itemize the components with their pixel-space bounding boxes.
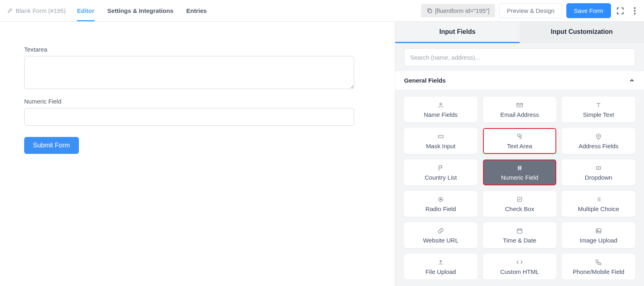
copy-icon bbox=[427, 8, 433, 14]
form-title-block[interactable]: Blank Form (#195) bbox=[7, 7, 66, 15]
shortcode-text: [fluentform id="195"] bbox=[435, 7, 489, 14]
sidebar-tabs: Input Fields Input Customization bbox=[395, 22, 644, 43]
hash-icon bbox=[516, 164, 523, 172]
shortcode-box[interactable]: [fluentform id="195"] bbox=[421, 4, 495, 17]
topbar-right: [fluentform id="195"] Preview & Design S… bbox=[421, 3, 640, 18]
search-wrap bbox=[395, 43, 644, 71]
field-email-address[interactable]: Email Address bbox=[483, 97, 556, 122]
field-image-upload[interactable]: Image Upload bbox=[562, 222, 635, 248]
field-text-area[interactable]: Text Area bbox=[483, 128, 556, 154]
upload-icon bbox=[437, 259, 444, 266]
fullscreen-icon[interactable] bbox=[615, 6, 625, 16]
canvas-textarea-block[interactable]: Textarea bbox=[24, 46, 371, 91]
section-general-fields[interactable]: General Fields bbox=[395, 71, 644, 89]
main-layout: Textarea Numeric Field Submit Form Input… bbox=[0, 22, 644, 286]
chevron-up-icon bbox=[629, 77, 635, 84]
sidebar: Input Fields Input Customization General… bbox=[395, 22, 644, 286]
svg-point-7 bbox=[440, 199, 442, 200]
svg-rect-2 bbox=[517, 103, 522, 107]
pin-icon bbox=[595, 133, 602, 140]
calendar-icon bbox=[516, 227, 523, 234]
user-icon bbox=[437, 102, 444, 109]
numeric-input[interactable] bbox=[24, 108, 354, 126]
search-input[interactable] bbox=[404, 48, 635, 66]
radio-icon bbox=[437, 196, 444, 203]
canvas-numeric-block[interactable]: Numeric Field bbox=[24, 98, 371, 126]
topbar: Blank Form (#195) Editor Settings & Inte… bbox=[0, 0, 644, 22]
code-icon bbox=[516, 259, 523, 266]
svg-point-1 bbox=[440, 103, 442, 105]
paragraph-icon bbox=[516, 133, 523, 140]
field-radio-field[interactable]: Radio Field bbox=[404, 191, 477, 217]
submit-button[interactable]: Submit Form bbox=[24, 137, 79, 154]
form-title: Blank Form (#195) bbox=[16, 7, 66, 14]
field-website-url[interactable]: Website URL bbox=[404, 222, 477, 248]
svg-rect-10 bbox=[596, 228, 601, 233]
svg-point-4 bbox=[598, 135, 599, 137]
pencil-icon bbox=[7, 7, 13, 15]
preview-design-button[interactable]: Preview & Design bbox=[499, 3, 562, 18]
keyboard-icon bbox=[437, 133, 444, 140]
checkbox-icon bbox=[516, 196, 523, 203]
textarea-input[interactable] bbox=[24, 56, 354, 89]
numeric-label: Numeric Field bbox=[24, 98, 371, 105]
tab-input-fields[interactable]: Input Fields bbox=[395, 22, 520, 43]
field-custom-html[interactable]: Custom HTML bbox=[483, 254, 556, 280]
tab-editor[interactable]: Editor bbox=[77, 0, 94, 21]
field-check-box[interactable]: Check Box bbox=[483, 191, 556, 217]
field-time-date[interactable]: Time & Date bbox=[483, 222, 556, 248]
field-file-upload[interactable]: File Upload bbox=[404, 254, 477, 280]
svg-rect-0 bbox=[429, 10, 432, 13]
textarea-label: Textarea bbox=[24, 46, 371, 53]
link-icon bbox=[437, 227, 444, 234]
field-numeric-field[interactable]: Numeric Field bbox=[483, 160, 556, 185]
field-address-fields[interactable]: Address Fields bbox=[562, 128, 635, 154]
svg-rect-9 bbox=[517, 229, 522, 233]
main-tabs: Editor Settings & Integrations Entries bbox=[77, 0, 206, 21]
section-title: General Fields bbox=[404, 77, 446, 84]
mail-icon bbox=[516, 102, 523, 109]
phone-icon bbox=[595, 259, 602, 266]
dropdown-icon bbox=[595, 164, 602, 172]
text-icon bbox=[595, 102, 602, 109]
save-form-button[interactable]: Save Form bbox=[566, 3, 611, 18]
image-icon bbox=[595, 227, 602, 234]
form-canvas: Textarea Numeric Field Submit Form bbox=[0, 22, 395, 286]
field-grid: Name Fields Email Address Simple Text Ma… bbox=[395, 89, 644, 286]
tab-input-customization[interactable]: Input Customization bbox=[520, 22, 644, 43]
list-icon bbox=[595, 196, 602, 203]
field-dropdown[interactable]: Dropdown bbox=[562, 160, 635, 185]
field-multiple-choice[interactable]: Multiple Choice bbox=[562, 191, 635, 217]
field-phone-mobile[interactable]: Phone/Mobile Field bbox=[562, 254, 635, 280]
flag-icon bbox=[437, 164, 444, 172]
field-country-list[interactable]: Country List bbox=[404, 160, 477, 185]
field-simple-text[interactable]: Simple Text bbox=[562, 97, 635, 122]
field-mask-input[interactable]: Mask Input bbox=[404, 128, 477, 154]
more-menu-icon[interactable] bbox=[630, 6, 640, 16]
tab-settings[interactable]: Settings & Integrations bbox=[107, 0, 173, 21]
tab-entries[interactable]: Entries bbox=[186, 0, 207, 21]
field-name-fields[interactable]: Name Fields bbox=[404, 97, 477, 122]
